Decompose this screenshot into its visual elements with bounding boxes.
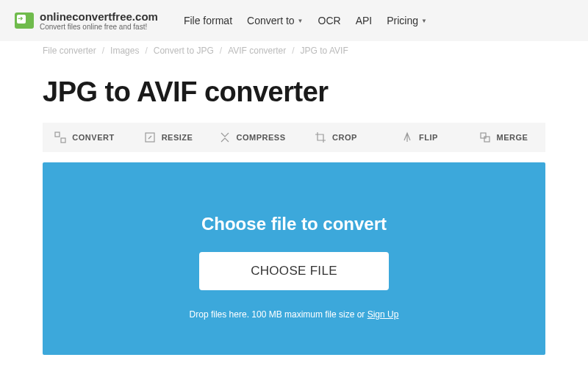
nav-ocr[interactable]: OCR bbox=[318, 15, 341, 26]
chevron-down-icon: ▼ bbox=[298, 18, 304, 24]
tool-merge[interactable]: MERGE bbox=[462, 123, 545, 152]
page-title: JPG to AVIF converter bbox=[0, 56, 588, 123]
breadcrumb-item: JPG to AVIF bbox=[301, 46, 348, 56]
convert-icon bbox=[54, 132, 66, 143]
nav-convert-to[interactable]: Convert to▼ bbox=[247, 15, 304, 26]
breadcrumb-item[interactable]: AVIF converter bbox=[228, 46, 286, 56]
signup-link[interactable]: Sign Up bbox=[368, 309, 399, 320]
crop-icon bbox=[315, 132, 326, 143]
choose-file-button[interactable]: CHOOSE FILE bbox=[199, 252, 389, 290]
merge-icon bbox=[479, 132, 491, 143]
upload-title: Choose file to convert bbox=[72, 214, 516, 234]
nav-pricing[interactable]: Pricing▼ bbox=[387, 15, 427, 26]
breadcrumb-item[interactable]: File converter bbox=[43, 46, 96, 56]
tool-resize[interactable]: RESIZE bbox=[126, 123, 210, 152]
tool-flip[interactable]: FLIP bbox=[378, 123, 462, 152]
svg-rect-3 bbox=[481, 133, 486, 138]
chevron-down-icon: ▼ bbox=[421, 18, 427, 24]
upload-area[interactable]: Choose file to convert CHOOSE FILE Drop … bbox=[43, 162, 545, 355]
tool-compress[interactable]: COMPRESS bbox=[210, 123, 294, 152]
breadcrumb: File converter/ Images/ Convert to JPG/ … bbox=[0, 41, 588, 56]
svg-rect-4 bbox=[484, 137, 490, 142]
logo[interactable]: onlineconvertfree.com Convert files onli… bbox=[15, 10, 158, 31]
compress-icon bbox=[219, 132, 231, 143]
nav: File format Convert to▼ OCR API Pricing▼ bbox=[184, 15, 427, 26]
svg-rect-1 bbox=[61, 138, 65, 143]
resize-icon bbox=[144, 132, 156, 143]
breadcrumb-item[interactable]: Images bbox=[110, 46, 139, 56]
nav-api[interactable]: API bbox=[356, 15, 373, 26]
logo-icon bbox=[15, 12, 34, 29]
drop-hint: Drop files here. 100 MB maximum file siz… bbox=[72, 309, 516, 320]
svg-rect-0 bbox=[55, 132, 60, 137]
logo-text: onlineconvertfree.com Convert files onli… bbox=[40, 10, 158, 31]
tool-crop[interactable]: CROP bbox=[294, 123, 378, 152]
flip-icon bbox=[401, 132, 413, 143]
tools-bar: CONVERT RESIZE COMPRESS CROP FLIP MERGE bbox=[43, 123, 545, 152]
logo-name: onlineconvertfree.com bbox=[40, 10, 158, 23]
breadcrumb-item[interactable]: Convert to JPG bbox=[154, 46, 214, 56]
logo-tagline: Convert files online free and fast! bbox=[40, 23, 158, 31]
tool-convert[interactable]: CONVERT bbox=[43, 123, 126, 152]
header: onlineconvertfree.com Convert files onli… bbox=[0, 0, 588, 41]
nav-file-format[interactable]: File format bbox=[184, 15, 232, 26]
